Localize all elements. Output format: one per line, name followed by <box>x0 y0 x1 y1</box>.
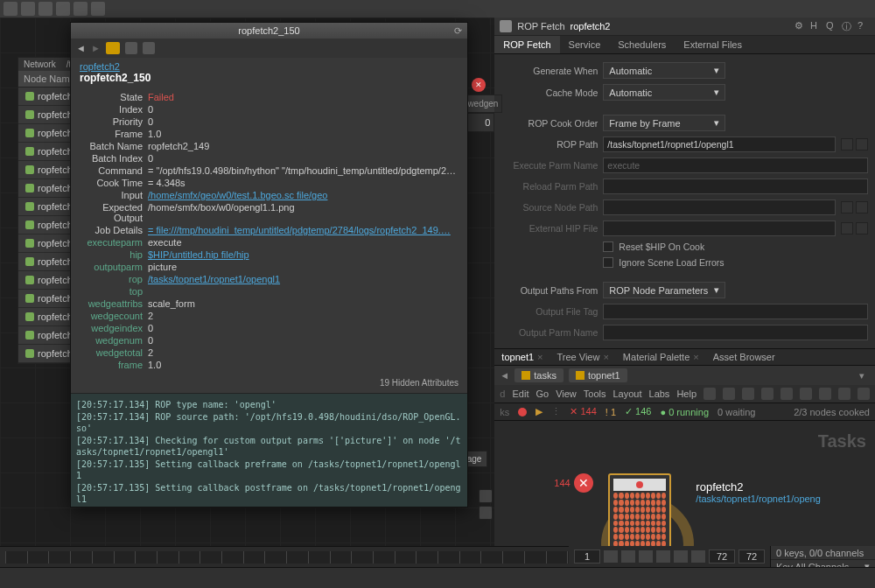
cook-order-dropdown[interactable]: Frame by Frame▾ <box>603 115 725 131</box>
jump-icon[interactable] <box>856 138 868 150</box>
folder-icon[interactable] <box>106 42 120 54</box>
tool-icon[interactable] <box>742 388 754 400</box>
param-tabs: ROP Fetch Service Schedulers External Fi… <box>494 36 875 54</box>
menu-tools[interactable]: Tools <box>584 388 606 399</box>
log-output[interactable]: [20:57:17.134] ROP type name: 'opengl' [… <box>71 393 467 507</box>
ignore-errors-checkbox[interactable] <box>603 257 613 268</box>
first-frame-icon[interactable] <box>604 550 618 563</box>
node-path-label[interactable]: /tasks/topnet1/ropnet1/openg <box>696 494 821 504</box>
next-frame-icon[interactable] <box>674 550 688 563</box>
playback-controls: 1 72 72 <box>569 546 770 567</box>
tab-external-files[interactable]: External Files <box>675 36 751 53</box>
generate-when-dropdown[interactable]: Automatic▾ <box>603 62 725 79</box>
path-crumb-tasks[interactable]: tasks <box>514 368 564 382</box>
node-name-label: ropfetch2 <box>696 480 821 494</box>
source-node-input[interactable] <box>603 200 836 215</box>
tab-schedulers[interactable]: Schedulers <box>609 36 675 53</box>
path-crumb-topnet1[interactable]: topnet1 <box>569 368 627 382</box>
tool-icon[interactable] <box>800 388 812 400</box>
frame-end[interactable]: 72 <box>738 550 765 564</box>
menu-go[interactable]: Go <box>536 388 549 399</box>
tab-rop-fetch[interactable]: ROP Fetch <box>494 36 559 53</box>
reload-icon[interactable]: ⟳ <box>454 25 462 37</box>
tab-topnet1[interactable]: topnet1× <box>494 349 550 365</box>
tool-icon[interactable] <box>21 2 35 16</box>
running-count: ● 0 running <box>660 407 709 417</box>
prev-frame-icon[interactable] <box>621 550 635 563</box>
copy-icon[interactable] <box>125 42 137 54</box>
file-chooser-icon[interactable] <box>841 222 853 234</box>
reset-hip-checkbox[interactable] <box>603 242 613 252</box>
stop-icon[interactable] <box>518 408 527 416</box>
menu-layout[interactable]: Layout <box>612 388 641 399</box>
tool-icon[interactable] <box>761 388 774 400</box>
breadcrumb-parent[interactable]: ropfetch2 <box>80 61 120 72</box>
info-icon[interactable] <box>479 489 493 503</box>
node-type-icon <box>500 20 512 32</box>
tool-icon[interactable] <box>74 2 88 16</box>
breadcrumb-current: ropfetch2_150 <box>80 72 150 84</box>
node-flag-bar[interactable] <box>613 479 666 491</box>
play-icon[interactable]: ▶ <box>536 406 542 417</box>
hidden-attrs-label[interactable]: 19 Hidden Attributes <box>71 373 467 393</box>
cache-mode-dropdown[interactable]: Automatic▾ <box>603 84 725 101</box>
filter-icon[interactable] <box>143 42 155 54</box>
output-file-tag-input[interactable] <box>603 304 868 319</box>
keys-status[interactable]: 0 keys, 0/0 channels <box>771 546 875 560</box>
node-chooser-icon[interactable] <box>841 138 853 150</box>
menu-labs[interactable]: Labs <box>649 388 670 399</box>
error-badge[interactable]: 144 ✕ <box>554 473 592 493</box>
statusbar <box>0 567 875 588</box>
back-icon[interactable]: ◄ <box>76 43 86 53</box>
play-back-icon[interactable] <box>639 550 653 563</box>
frame-current[interactable]: 72 <box>709 550 735 564</box>
param-body: Generate WhenAutomatic▾ Cache ModeAutoma… <box>494 54 875 348</box>
tool-icon[interactable] <box>38 2 52 16</box>
menu-help[interactable]: Help <box>676 388 696 399</box>
tab-tree-view[interactable]: Tree View× <box>550 349 616 365</box>
jump-icon[interactable] <box>856 222 868 234</box>
menu-view[interactable]: View <box>556 388 577 399</box>
node-chooser-icon[interactable] <box>841 201 853 214</box>
output-parm-name-input[interactable] <box>603 325 868 340</box>
tab-service[interactable]: Service <box>560 36 610 53</box>
tool-icon[interactable] <box>56 2 70 16</box>
tool-icon[interactable] <box>780 388 793 400</box>
context-label: Tasks <box>818 431 866 452</box>
workitem-detail-window: ropfetch2_150 ⟳ ◄ ► ropfetch2 ropfetch2_… <box>70 22 468 508</box>
execute-parm-input[interactable] <box>603 158 868 173</box>
frame-start[interactable]: 1 <box>574 550 600 564</box>
gear-icon[interactable]: ⚙ <box>794 20 807 32</box>
search-icon[interactable]: Q <box>826 20 838 32</box>
tab-asset-browser[interactable]: Asset Browser <box>706 349 782 365</box>
attribute-list: StateFailedIndex0Priority0Frame1.0Batch … <box>71 88 467 373</box>
info-icon[interactable]: ⓘ <box>842 20 854 32</box>
last-frame-icon[interactable] <box>691 550 705 563</box>
tool-icon[interactable] <box>858 388 870 400</box>
tab-material-palette[interactable]: Material Palette× <box>616 349 706 365</box>
network-pane-tabs: topnet1× Tree View× Material Palette× As… <box>494 348 875 366</box>
tool-icon[interactable] <box>704 388 716 400</box>
jump-icon[interactable] <box>856 201 868 214</box>
tool-icon[interactable] <box>838 388 850 400</box>
back-icon[interactable]: ◄ <box>500 370 509 381</box>
tool-icon[interactable] <box>91 2 105 16</box>
external-hip-input[interactable] <box>603 220 836 236</box>
output-paths-dropdown[interactable]: ROP Node Parameters▾ <box>603 282 725 298</box>
grid-icon[interactable] <box>479 506 493 520</box>
tab-network[interactable]: Network <box>18 58 61 71</box>
h-icon[interactable]: H <box>810 20 822 32</box>
menu-icon[interactable] <box>4 2 18 16</box>
reload-parm-input[interactable] <box>603 178 868 194</box>
param-header: ROP Fetch ropfetch2 ⚙ H Q ⓘ ? <box>494 18 875 36</box>
forward-icon[interactable]: ► <box>91 43 101 53</box>
close-icon[interactable]: ✕ <box>472 78 486 92</box>
tool-icon[interactable] <box>819 388 831 400</box>
play-icon[interactable] <box>656 550 670 563</box>
top-menubar <box>0 0 875 18</box>
rop-path-input[interactable] <box>603 136 836 152</box>
tool-icon[interactable] <box>723 388 735 400</box>
help-icon[interactable]: ? <box>858 20 870 32</box>
menu-edit[interactable]: Edit <box>512 388 528 399</box>
window-titlebar[interactable]: ropfetch2_150 ⟳ <box>71 23 467 38</box>
